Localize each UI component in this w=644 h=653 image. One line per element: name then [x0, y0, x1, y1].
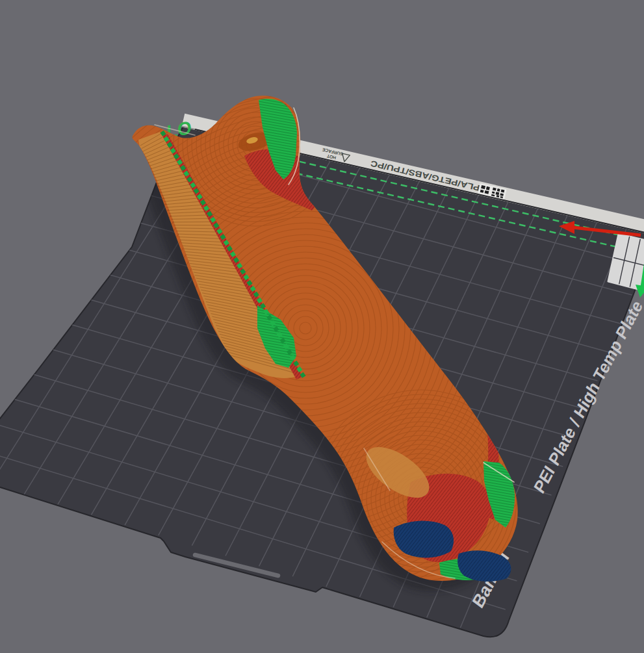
slicer-3d-viewport[interactable]: HOT SURFACE PLA/PETG/ABS/TPU/PC — [0, 0, 644, 653]
